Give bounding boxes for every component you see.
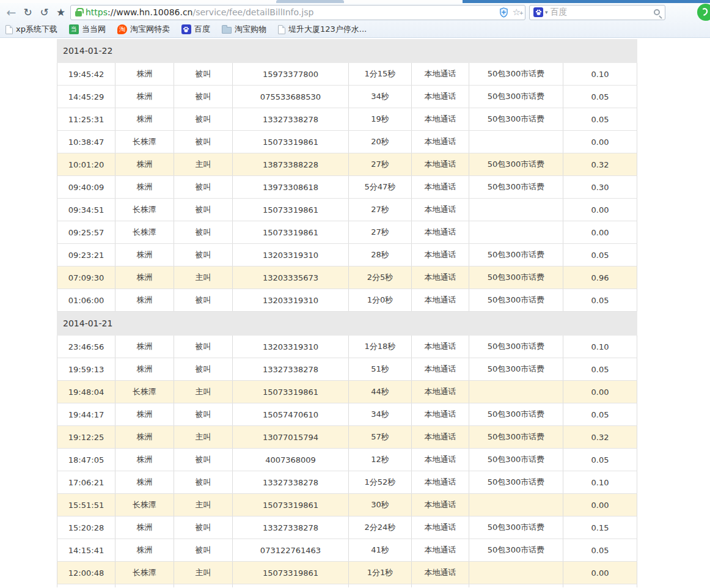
back-icon[interactable]: ← bbox=[3, 4, 20, 20]
cell-location: 株洲 bbox=[115, 108, 174, 130]
cell-time: 09:40:09 bbox=[57, 176, 115, 198]
bill-table: 2014-01-2219:45:42株洲被叫159733778001分15秒本地… bbox=[57, 39, 637, 587]
table-row: 10:38:47长株潭被叫1507331986120秒本地通话0.00 bbox=[57, 131, 637, 153]
cell-time: 09:34:51 bbox=[57, 199, 115, 221]
cell-call_type: 被叫 bbox=[174, 539, 232, 561]
cell-duration: 20秒 bbox=[348, 131, 411, 153]
browser-toolbar: ← ↻ ↺ ★ https://www.hn.10086.cn/service/… bbox=[0, 3, 710, 21]
cell-number: 15073319861 bbox=[232, 494, 348, 516]
cell-call_type: 被叫 bbox=[174, 86, 232, 108]
cell-duration: 2分24秒 bbox=[348, 516, 411, 538]
cell-duration: 34秒 bbox=[348, 86, 411, 108]
cell-fee: 0.10 bbox=[563, 63, 637, 85]
tab-active[interactable] bbox=[463, 0, 710, 3]
cell-fee: 0.00 bbox=[563, 221, 637, 243]
bookmark-taobao-shopping[interactable]: 淘宝购物 bbox=[222, 24, 266, 35]
cell-plan bbox=[469, 562, 563, 584]
cell-location: 株洲 bbox=[115, 336, 174, 358]
cell-call_type: 被叫 bbox=[174, 63, 232, 85]
cell-location: 株洲 bbox=[115, 266, 174, 288]
search-input[interactable]: 百度 bbox=[551, 7, 654, 18]
cell-fee: 0.10 bbox=[563, 336, 637, 358]
cell-call_type: 主叫 bbox=[174, 562, 232, 584]
table-row: 09:34:51长株潭被叫1507331986127秒本地通话0.00 bbox=[57, 199, 637, 221]
folder-icon bbox=[222, 27, 232, 34]
bookmark-label: 堤升大厦123户停水... bbox=[288, 24, 367, 35]
date-group-header: 2014-01-21 bbox=[57, 312, 637, 336]
table-row: 09:23:21株洲被叫1320331931028秒本地通话50包300市话费0… bbox=[57, 244, 637, 266]
cell-category: 本地通话 bbox=[411, 289, 469, 311]
cell-duration: 1分0秒 bbox=[348, 289, 411, 311]
add-bookmark-star-icon[interactable]: ☆+ bbox=[513, 8, 521, 17]
cell-duration: 2分5秒 bbox=[348, 266, 411, 288]
table-row: 09:25:57长株潭被叫1507331986127秒本地通话0.00 bbox=[57, 221, 637, 244]
cell-plan: 50包300市话费 bbox=[469, 266, 563, 288]
cell-duration: 28秒 bbox=[348, 244, 411, 266]
cell-call_type: 被叫 bbox=[174, 108, 232, 130]
cell-location: 株洲 bbox=[115, 516, 174, 538]
baidu-paw-icon[interactable] bbox=[533, 7, 543, 17]
engine-dropdown-icon[interactable]: ▾ bbox=[545, 9, 548, 15]
cell-category: 本地通话 bbox=[411, 199, 469, 221]
cell-plan: 50包300市话费 bbox=[469, 336, 563, 358]
search-icon[interactable] bbox=[654, 9, 660, 15]
cell-time: 09:23:21 bbox=[57, 244, 115, 266]
cell-time: 15:20:28 bbox=[57, 516, 115, 538]
cell-duration: 30秒 bbox=[348, 494, 411, 516]
cell-duration: 19秒 bbox=[348, 108, 411, 130]
bookmark-baidu[interactable]: 百度 bbox=[181, 24, 210, 35]
cell-duration: 1分52秒 bbox=[348, 471, 411, 493]
cell-number: 13873388228 bbox=[232, 153, 348, 175]
undo-icon[interactable]: ↺ bbox=[36, 4, 53, 20]
table-row: 14:45:29株洲被叫07553368853034秒本地通话50包300市话费… bbox=[57, 86, 637, 108]
bookmark-dangdang[interactable]: 当 当当网 bbox=[69, 24, 106, 35]
cell-duration: 1分18秒 bbox=[348, 336, 411, 358]
cell-number: 13327338278 bbox=[232, 471, 348, 493]
table-row: 12:00:48长株潭主叫150733198611分1秒本地通话0.00 bbox=[57, 562, 637, 584]
baidu-paw-icon bbox=[181, 24, 191, 34]
search-box[interactable]: ▾ 百度 bbox=[529, 5, 665, 20]
bookmark-xp-download[interactable]: xp系统下载 bbox=[5, 24, 57, 35]
messenger-icon[interactable] bbox=[697, 4, 710, 21]
cell-location: 株洲 bbox=[115, 449, 174, 471]
cell-fee: 0.00 bbox=[563, 494, 637, 516]
cell-fee: 0.05 bbox=[563, 244, 637, 266]
cell-fee: 0.15 bbox=[563, 516, 637, 538]
bookmarks-bar: xp系统下载 当 当当网 淘 淘宝网特卖 百度 淘宝购物 bbox=[0, 21, 710, 37]
url-host: ://www.hn.10086.cn bbox=[108, 7, 192, 17]
cell-plan bbox=[469, 494, 563, 516]
cell-category: 本地通话 bbox=[411, 176, 469, 198]
https-lock-icon[interactable] bbox=[75, 11, 82, 17]
table-row: 17:06:21株洲被叫133273382781分52秒本地通话50包300市话… bbox=[57, 471, 637, 494]
cell-plan bbox=[469, 221, 563, 243]
cell-time: 17:06:21 bbox=[57, 471, 115, 493]
cell-time: 10:38:47 bbox=[57, 131, 115, 153]
page-icon bbox=[278, 25, 285, 34]
cell-plan bbox=[469, 131, 563, 153]
dangdang-icon: 当 bbox=[69, 24, 79, 34]
cell-duration: 27秒 bbox=[348, 199, 411, 221]
tab-inactive[interactable] bbox=[276, 0, 344, 3]
favorites-star-icon[interactable]: ★ bbox=[53, 4, 69, 20]
table-row: 19:12:25株洲主叫1307701579457秒本地通话50包300市话费0… bbox=[57, 426, 637, 449]
cell-fee: 0.30 bbox=[563, 176, 637, 198]
reload-icon[interactable]: ↻ bbox=[20, 4, 36, 20]
cell-time: 19:48:04 bbox=[57, 381, 115, 403]
bookmark-notice[interactable]: 堤升大厦123户停水... bbox=[278, 24, 367, 35]
cell-fee: 0.10 bbox=[563, 471, 637, 493]
security-shield-icon[interactable] bbox=[499, 7, 508, 18]
bookmark-taobao-sale[interactable]: 淘 淘宝网特卖 bbox=[117, 24, 170, 35]
cell-fee: 0.05 bbox=[563, 403, 637, 425]
cell-number: 13327338278 bbox=[232, 516, 348, 538]
address-bar[interactable]: https://www.hn.10086.cn/service/fee/deta… bbox=[70, 5, 525, 20]
cell-plan: 50包300市话费 bbox=[469, 426, 563, 448]
cell-time: 19:44:17 bbox=[57, 403, 115, 425]
cell-number: 075533688530 bbox=[232, 86, 348, 108]
page-content: 2014-01-2219:45:42株洲被叫159733778001分15秒本地… bbox=[0, 38, 710, 587]
cell-time: 19:12:25 bbox=[57, 426, 115, 448]
table-row: 14:15:41株洲被叫07312276146341秒本地通话50包300市话费… bbox=[57, 539, 637, 562]
cell-category: 本地通话 bbox=[411, 131, 469, 153]
page-icon bbox=[5, 25, 13, 34]
url-text[interactable]: https://www.hn.10086.cn/service/fee/deta… bbox=[86, 7, 313, 17]
table-row: 09:40:09株洲被叫139733086185分47秒本地通话50包300市话… bbox=[57, 176, 637, 199]
